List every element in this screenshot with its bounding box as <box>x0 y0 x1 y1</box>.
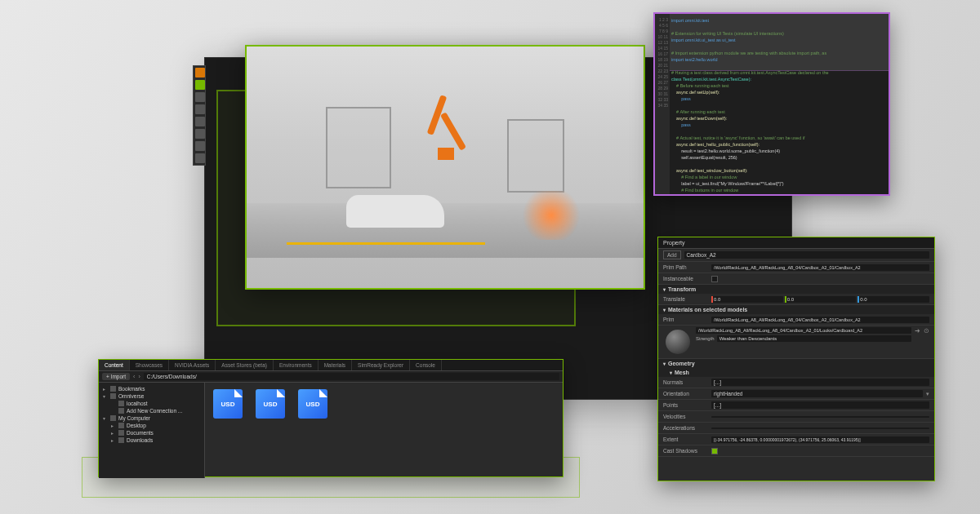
orientation-label: Orientation <box>663 391 708 397</box>
translate-z[interactable]: 0.0 <box>858 296 929 303</box>
translate-x[interactable]: 0.0 <box>711 296 783 303</box>
points-label: Points <box>663 402 708 408</box>
nav-fwd-icon[interactable]: › <box>138 374 140 379</box>
file-item[interactable]: USD <box>212 389 244 472</box>
tab-showcases[interactable]: Showcases <box>130 360 169 370</box>
code-gutter: 1 2 3 4 5 6 7 8 9 10 11 12 13 14 15 16 1… <box>655 14 670 194</box>
viewport-panel[interactable] <box>245 45 645 290</box>
translate-label: Translate <box>663 296 708 302</box>
tool-pause-icon[interactable] <box>195 141 205 151</box>
mat-prim-value: /World/RackLong_A8_All/RackLong_A8_04/Ca… <box>711 317 929 323</box>
cast-shadows-label: Cast Shadows <box>663 448 708 454</box>
tool-scale-icon[interactable] <box>195 104 205 114</box>
points-value[interactable]: [...] <box>711 401 929 409</box>
strength-label: Strength <box>696 336 715 341</box>
extent-label: Extent <box>663 436 708 442</box>
file-item[interactable]: USD <box>296 389 329 472</box>
usd-file-icon: USD <box>213 389 243 419</box>
prim-path-value[interactable]: /World/RackLong_A8_All/RackLong_A8_04/Ca… <box>711 264 929 271</box>
vertical-toolbar <box>193 65 206 166</box>
code-body[interactable]: import omni.kit.test # Extension for wri… <box>671 17 885 196</box>
strength-value[interactable]: Weaker than Descendants <box>717 335 911 342</box>
add-button[interactable]: Add <box>663 250 681 259</box>
materials-section[interactable]: Materials on selected models <box>658 305 934 314</box>
content-toolbar: + Import ‹ › C:/Users/Downloads/ <box>99 371 563 383</box>
nav-back-icon[interactable]: ‹ <box>133 374 135 379</box>
accelerations-label: Accelerations <box>663 425 708 431</box>
tree-item-my-computer[interactable]: ▾My Computer <box>101 414 202 422</box>
tab-nvidia-assets[interactable]: NVIDIA Assets <box>169 360 216 370</box>
tree-item-downloads[interactable]: ▸Downloads <box>101 436 202 444</box>
usd-file-icon: USD <box>298 389 327 419</box>
mat-prim-label: Prim <box>663 317 708 322</box>
code-editor-panel[interactable]: 1 2 3 4 5 6 7 8 9 10 11 12 13 14 15 16 1… <box>653 12 890 196</box>
tool-snap-icon[interactable] <box>195 117 205 126</box>
tool-play-icon[interactable] <box>195 129 205 139</box>
content-browser-panel: ContentShowcasesNVIDIA AssetsAsset Store… <box>98 359 564 477</box>
material-preview-sphere[interactable] <box>666 330 690 354</box>
tree-item-documents[interactable]: ▸Documents <box>101 429 202 436</box>
content-files: USDUSDUSD <box>205 383 563 478</box>
file-item[interactable]: USD <box>254 389 287 472</box>
tab-content[interactable]: Content <box>99 360 130 370</box>
tab-materials[interactable]: Materials <box>318 360 352 370</box>
tree-item-desktop[interactable]: ▸Desktop <box>101 422 202 429</box>
mesh-section[interactable]: Mesh <box>658 368 934 377</box>
normals-value[interactable]: [...] <box>711 379 929 386</box>
tool-rotate-icon[interactable] <box>195 92 205 102</box>
content-tabs: ContentShowcasesNVIDIA AssetsAsset Store… <box>99 360 563 371</box>
accelerations-value[interactable] <box>711 428 929 429</box>
locate-icon[interactable]: ⊙ <box>924 327 929 335</box>
property-panel: Property Add Cardbox_A2 Prim Path /World… <box>657 237 935 481</box>
extent-value[interactable]: [(-34.971756, -24.86378, 0.0000000197267… <box>711 436 929 443</box>
tab-console[interactable]: Console <box>410 360 442 370</box>
tool-select-icon[interactable] <box>195 68 205 78</box>
usd-file-icon: USD <box>256 389 285 419</box>
transform-section[interactable]: Transform <box>658 285 934 294</box>
translate-y[interactable]: 0.0 <box>785 296 857 303</box>
tree-item-omniverse[interactable]: ▾Omniverse <box>101 392 202 400</box>
normals-label: Normals <box>663 379 708 385</box>
velocities-label: Velocities <box>663 414 708 419</box>
viewport-scene[interactable] <box>247 47 644 288</box>
goto-icon[interactable]: ➜ <box>915 327 920 335</box>
instanceable-checkbox[interactable] <box>711 276 718 282</box>
prim-path-label: Prim Path <box>663 264 708 270</box>
path-field[interactable]: C:/Users/Downloads/ <box>144 373 559 380</box>
material-path[interactable]: /World/RackLong_A8_All/RackLong_A8_04/Ca… <box>696 327 911 334</box>
orientation-value[interactable]: rightHanded <box>711 390 923 397</box>
tab-asset-stores-beta-[interactable]: Asset Stores (beta) <box>216 360 274 370</box>
geometry-section[interactable]: Geometry <box>658 359 934 368</box>
property-title: Property <box>658 237 934 249</box>
content-tree: ▸Bookmarks▾OmniverselocalhostAdd New Con… <box>99 383 205 478</box>
tab-simready-explorer[interactable]: SimReady Explorer <box>352 360 410 370</box>
tree-item-localhost[interactable]: localhost <box>101 400 202 407</box>
tool-stop-icon[interactable] <box>195 153 205 163</box>
velocities-value[interactable] <box>711 416 929 418</box>
cast-shadows-checkbox[interactable] <box>711 448 718 454</box>
tree-item-add-new-connection-[interactable]: Add New Connection ... <box>101 407 202 414</box>
tool-move-icon[interactable] <box>195 80 205 90</box>
tab-environments[interactable]: Environments <box>274 360 318 370</box>
tree-item-bookmarks[interactable]: ▸Bookmarks <box>101 385 202 392</box>
instanceable-label: Instanceable <box>663 276 708 281</box>
prim-name[interactable]: Cardbox_A2 <box>684 251 929 259</box>
import-button[interactable]: + Import <box>102 373 130 380</box>
